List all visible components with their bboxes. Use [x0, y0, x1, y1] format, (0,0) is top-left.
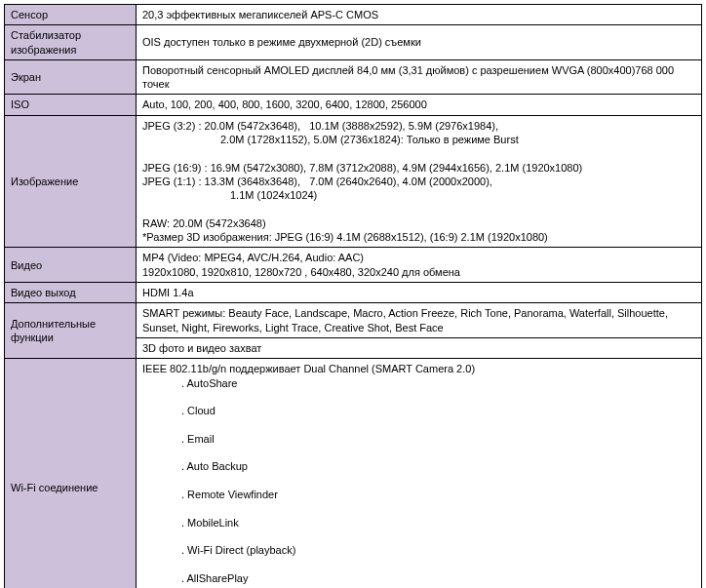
spec-value: SMART режимы: Beauty Face, Landscape, Ma… — [137, 303, 702, 338]
spec-label: Экран — [5, 59, 137, 95]
spec-value: Auto, 100, 200, 400, 800, 1600, 3200, 64… — [137, 95, 702, 115]
spec-value: HDMI 1.4a — [137, 283, 702, 303]
spec-label: Изображение — [5, 115, 137, 248]
spec-label: Сенсор — [5, 5, 137, 25]
spec-label: Дополнительные функции — [5, 303, 137, 359]
spec-value: MP4 (Video: MPEG4, AVC/H.264, Audio: AAC… — [137, 248, 702, 283]
spec-label: ISO — [5, 95, 137, 115]
specs-table: Сенсор20,3 эффективных мегапикселей APS-… — [4, 4, 702, 588]
spec-value: 3D фото и видео захват — [137, 337, 702, 358]
spec-label: Стабилизатор изображения — [5, 25, 137, 60]
spec-value: OIS доступен только в режиме двухмерной … — [137, 25, 702, 60]
spec-label: Видео — [5, 248, 137, 283]
spec-label: Wi-Fi соединение — [5, 359, 137, 588]
spec-value: 20,3 эффективных мегапикселей APS-C CMOS — [137, 5, 702, 25]
spec-value: IEEE 802.11b/g/n поддерживает Dual Chann… — [137, 359, 702, 588]
spec-value: Поворотный сенсорный AMOLED дисплей 84,0… — [137, 59, 702, 95]
spec-label: Видео выход — [5, 283, 137, 303]
spec-value: JPEG (3:2) : 20.0M (5472x3648), 10.1M (3… — [137, 115, 702, 248]
